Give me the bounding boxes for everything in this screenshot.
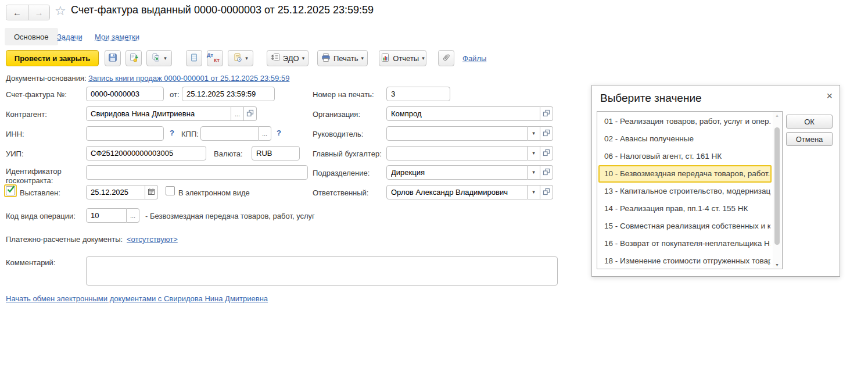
- print-button[interactable]: Печать ▾: [317, 50, 368, 66]
- print-caret-icon: ▾: [361, 56, 364, 61]
- post-and-close-label: Провести и закрыть: [15, 54, 90, 63]
- scrollbar-thumb[interactable]: [774, 127, 780, 245]
- cancel-button[interactable]: Отмена: [786, 132, 833, 146]
- ellipsis-icon: ...: [235, 110, 240, 117]
- invoice-no-input[interactable]: [86, 87, 164, 101]
- dialog-items: 01 - Реализация товаров, работ, услуг и …: [598, 113, 772, 269]
- head-input[interactable]: [386, 126, 528, 141]
- kpp-help-icon[interactable]: ?: [277, 129, 281, 137]
- page-title: Счет-фактура выданный 0000-0000003 от 25…: [71, 4, 374, 16]
- head-label: Руководитель:: [313, 130, 363, 138]
- comment-input[interactable]: [86, 256, 558, 286]
- attachments-button[interactable]: [438, 50, 454, 66]
- issued-date-field: [86, 185, 158, 199]
- edo-button[interactable]: ЭДО ▾: [267, 50, 309, 66]
- list-item[interactable]: 06 - Налоговый агент, ст. 161 НК: [598, 148, 772, 165]
- electronic-checkbox[interactable]: [166, 186, 175, 195]
- list-scrollbar[interactable]: ▲ ▼: [773, 112, 781, 268]
- head-dropdown-button[interactable]: ▾: [528, 126, 540, 141]
- post-and-close-button[interactable]: Провести и закрыть: [6, 50, 99, 66]
- org-input[interactable]: [386, 106, 540, 121]
- open-icon: [543, 168, 550, 177]
- post-document-button[interactable]: [125, 50, 142, 66]
- forward-button[interactable]: →: [28, 5, 49, 20]
- favorite-star-icon[interactable]: ☆: [55, 3, 66, 19]
- inn-help-icon[interactable]: ?: [170, 129, 174, 137]
- issued-date-input[interactable]: [86, 185, 145, 199]
- op-code-label: Код вида операции:: [6, 212, 76, 220]
- op-code-select-button[interactable]: ...: [127, 208, 139, 223]
- counterparty-open-button[interactable]: [244, 106, 257, 121]
- org-open-button[interactable]: [540, 106, 553, 121]
- tab-notes[interactable]: Мои заметки: [95, 33, 139, 41]
- open-icon: [543, 188, 550, 197]
- department-open-button[interactable]: [540, 165, 553, 180]
- document-structure-button[interactable]: [186, 50, 202, 66]
- gov-contract-label: Идентификатор госконтракта:: [6, 167, 73, 186]
- open-icon: [543, 149, 550, 158]
- currency-input[interactable]: [252, 146, 300, 161]
- create-based-on-caret-icon: ▾: [164, 56, 167, 61]
- document-schedule-button[interactable]: ▾: [228, 50, 253, 66]
- gov-contract-input[interactable]: [86, 165, 308, 180]
- history-nav: ← →: [6, 5, 50, 20]
- list-item[interactable]: 13 - Капитальное строительство, модерниз…: [598, 183, 772, 200]
- counterparty-select-button[interactable]: ...: [231, 106, 244, 121]
- list-item[interactable]: 14 - Реализация прав, пп.1-4 ст. 155 НК: [598, 200, 772, 217]
- print-no-input[interactable]: [386, 87, 450, 101]
- responsible-dropdown-button[interactable]: ▾: [528, 185, 540, 199]
- printer-icon: [321, 53, 331, 64]
- list-item[interactable]: 01 - Реализация товаров, работ, услуг и …: [598, 113, 772, 130]
- department-dropdown-button[interactable]: ▾: [528, 165, 540, 180]
- counterparty-input[interactable]: [86, 106, 231, 121]
- list-item[interactable]: 18 - Изменение стоимости отгруженных тов…: [598, 252, 772, 269]
- ok-button[interactable]: ОК: [786, 115, 833, 129]
- tab-main[interactable]: Основное: [5, 28, 58, 45]
- accountant-dropdown-button[interactable]: ▾: [528, 146, 540, 161]
- issued-checkbox[interactable]: [4, 184, 17, 197]
- currency-label: Валюта:: [214, 149, 243, 158]
- kpp-select-button[interactable]: ...: [259, 126, 271, 141]
- checkmark-icon: [6, 186, 15, 195]
- edo-exchange-link[interactable]: Начать обмен электронными документами с …: [6, 294, 268, 303]
- responsible-input[interactable]: [386, 185, 528, 199]
- uip-input[interactable]: [86, 146, 206, 161]
- payment-docs-link[interactable]: <отсутствуют>: [127, 235, 178, 244]
- from-label: от:: [170, 90, 180, 99]
- list-item[interactable]: 15 - Совместная реализация собственных и…: [598, 217, 772, 235]
- basis-link[interactable]: Запись книги продаж 0000-000001 от 25.12…: [88, 74, 289, 83]
- tab-main-label: Основное: [14, 33, 49, 41]
- scroll-up-icon[interactable]: ▲: [773, 113, 781, 117]
- list-item[interactable]: 16 - Возврат от покупателя-неплательщика…: [598, 235, 772, 252]
- tab-tasks[interactable]: Задачи: [57, 33, 83, 41]
- scroll-down-icon[interactable]: ▼: [773, 263, 781, 267]
- create-based-on-button[interactable]: ▾: [146, 50, 172, 66]
- close-icon[interactable]: ×: [826, 91, 833, 101]
- dt-kt-button[interactable]: ДтКт: [207, 50, 223, 66]
- list-item[interactable]: 02 - Авансы полученные: [598, 130, 772, 148]
- back-button[interactable]: ←: [6, 5, 28, 20]
- accountant-input[interactable]: [386, 146, 528, 161]
- open-icon: [543, 109, 550, 118]
- save-button[interactable]: [105, 50, 121, 66]
- dialog-list: 01 - Реализация товаров, работ, услуг и …: [597, 111, 783, 269]
- inn-input[interactable]: [86, 126, 164, 141]
- files-link[interactable]: Файлы: [462, 54, 486, 63]
- post-document-icon: [129, 53, 138, 64]
- kpp-input[interactable]: [200, 126, 259, 141]
- reports-button[interactable]: Отчеты ▾: [379, 50, 426, 66]
- chevron-down-icon: ▾: [532, 170, 535, 175]
- department-input[interactable]: [386, 165, 528, 180]
- accountant-open-button[interactable]: [540, 146, 553, 161]
- responsible-open-button[interactable]: [540, 185, 553, 199]
- reports-label: Отчеты: [393, 54, 419, 63]
- department-label: Подразделение:: [313, 169, 370, 177]
- accountant-label: Главный бухгалтер:: [313, 149, 382, 158]
- head-open-button[interactable]: [540, 126, 553, 141]
- payment-docs-label: Платежно-расчетные документы:: [6, 235, 123, 244]
- invoice-date-input[interactable]: [182, 87, 275, 101]
- document-clock-icon: [233, 53, 242, 64]
- op-code-input[interactable]: [86, 208, 127, 223]
- list-item[interactable]: 10 - Безвозмездная передача товаров, раб…: [598, 165, 772, 183]
- calendar-button[interactable]: [145, 185, 158, 199]
